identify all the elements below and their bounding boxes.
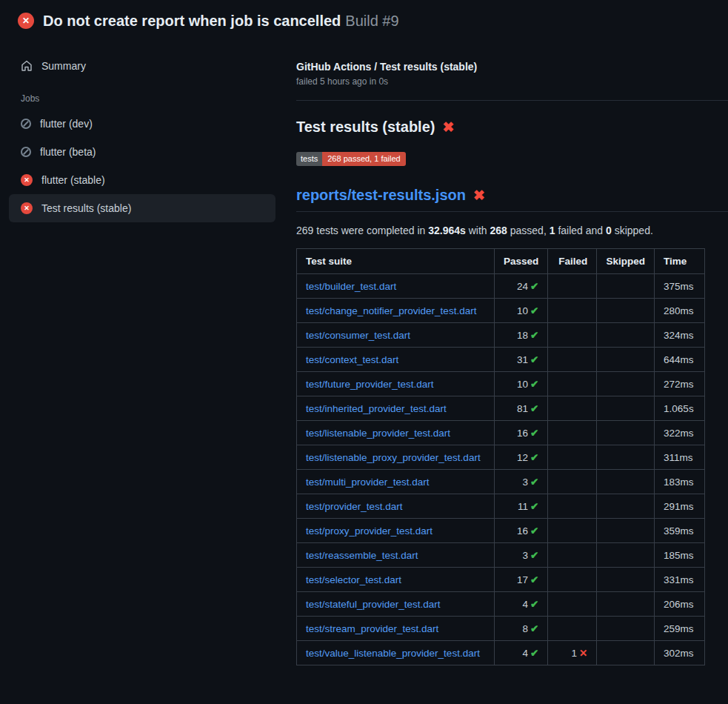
table-row: test/consumer_test.dart18✔324ms: [297, 323, 705, 348]
time-cell: 331ms: [655, 568, 705, 592]
failed-cell: 1✕: [548, 641, 597, 665]
sidebar-item-label: Summary: [41, 60, 86, 72]
sidebar-item-flutter-beta[interactable]: flutter (beta): [9, 138, 275, 166]
test-suite-link[interactable]: test/future_provider_test.dart: [306, 379, 434, 390]
table-row: test/multi_provider_test.dart3✔183ms: [297, 470, 705, 494]
table-row: test/stream_provider_test.dart8✔259ms: [297, 617, 705, 641]
skipped-cell: [597, 323, 655, 348]
test-suite-link[interactable]: test/inherited_provider_test.dart: [306, 403, 447, 414]
time-cell: 644ms: [655, 348, 705, 372]
passed-cell: 17✔: [494, 568, 547, 592]
passed-cell-count: 11: [518, 501, 528, 512]
passed-cell: 24✔: [494, 274, 547, 299]
sidebar-item-flutter-dev[interactable]: flutter (dev): [9, 110, 275, 138]
passed-cell: 3✔: [494, 543, 547, 568]
skipped-cell: [597, 617, 655, 641]
passed-cell-count: 8: [522, 623, 528, 634]
test-suite-link[interactable]: test/context_test.dart: [306, 354, 398, 365]
skipped-cell: [597, 445, 655, 470]
test-suite-link[interactable]: test/stateful_provider_test.dart: [306, 599, 441, 610]
failed-cell: [548, 421, 597, 445]
skipped-cell: [597, 641, 655, 665]
col-header-time: Time: [655, 249, 705, 274]
test-suite-link[interactable]: test/listenable_provider_test.dart: [306, 428, 450, 439]
table-row: test/context_test.dart31✔644ms: [297, 348, 705, 372]
time-cell: 324ms: [655, 323, 705, 348]
sidebar-item-flutter-stable[interactable]: ✕flutter (stable): [9, 166, 275, 194]
skipped-cell: [597, 470, 655, 494]
passed-cell: 31✔: [494, 348, 547, 372]
passed-cell: 4✔: [494, 592, 547, 617]
table-row: test/provider_test.dart11✔291ms: [297, 494, 705, 519]
test-suite-cell: test/provider_test.dart: [297, 494, 495, 519]
time-cell: 272ms: [655, 372, 705, 396]
passed-cell: 12✔: [494, 445, 547, 470]
test-suite-cell: test/stream_provider_test.dart: [297, 617, 495, 641]
check-icon: ✔: [530, 623, 538, 634]
summary-failed: 1: [550, 225, 555, 236]
check-icon: ✔: [530, 330, 538, 341]
passed-cell: 10✔: [494, 372, 547, 396]
passed-cell-count: 16: [517, 525, 528, 537]
report-title-link[interactable]: reports/test-results.json: [296, 187, 466, 204]
test-suite-cell: test/builder_test.dart: [297, 274, 495, 299]
test-suite-cell: test/multi_provider_test.dart: [297, 470, 495, 494]
test-suite-link[interactable]: test/reassemble_test.dart: [306, 550, 418, 561]
table-row: test/stateful_provider_test.dart4✔206ms: [297, 592, 705, 617]
passed-cell: 16✔: [494, 421, 547, 445]
check-icon: ✔: [530, 281, 538, 292]
sidebar-item-label: flutter (beta): [40, 146, 96, 158]
failed-cell: [548, 543, 597, 568]
test-suite-cell: test/change_notifier_provider_test.dart: [297, 299, 495, 323]
test-results-table: Test suitePassedFailedSkippedTime test/b…: [296, 248, 705, 665]
test-suite-link[interactable]: test/stream_provider_test.dart: [306, 623, 438, 634]
test-suite-link[interactable]: test/consumer_test.dart: [306, 330, 410, 341]
test-suite-link[interactable]: test/proxy_provider_test.dart: [306, 525, 433, 537]
failed-cell: [548, 348, 597, 372]
col-header-failed: Failed: [548, 249, 597, 274]
passed-cell-count: 24: [517, 281, 528, 292]
passed-cell: 81✔: [494, 396, 547, 421]
test-suite-link[interactable]: test/value_listenable_provider_test.dart: [306, 648, 480, 659]
skipped-cell: [597, 592, 655, 617]
table-row: test/change_notifier_provider_test.dart1…: [297, 299, 705, 323]
test-suite-link[interactable]: test/change_notifier_provider_test.dart: [306, 305, 476, 316]
time-cell: 1.065s: [655, 396, 705, 421]
table-row: test/proxy_provider_test.dart16✔359ms: [297, 519, 705, 543]
passed-cell-count: 3: [522, 476, 528, 488]
passed-cell-count: 31: [517, 354, 528, 365]
sidebar-item-test-results-stable[interactable]: ✕Test results (stable): [9, 194, 275, 222]
skipped-cell: [597, 348, 655, 372]
failed-cell: [548, 592, 597, 617]
test-suite-cell: test/listenable_proxy_provider_test.dart: [297, 445, 495, 470]
sidebar-item-summary[interactable]: Summary: [9, 52, 275, 80]
test-suite-link[interactable]: test/provider_test.dart: [306, 501, 403, 512]
test-suite-link[interactable]: test/listenable_proxy_provider_test.dart: [306, 452, 481, 463]
skipped-cell: [597, 299, 655, 323]
cancelled-icon: [21, 119, 31, 129]
check-icon: ✔: [530, 354, 538, 365]
test-suite-link[interactable]: test/multi_provider_test.dart: [306, 476, 430, 488]
test-suite-cell: test/future_provider_test.dart: [297, 372, 495, 396]
table-row: test/selector_test.dart17✔331ms: [297, 568, 705, 592]
check-icon: ✔: [530, 599, 538, 610]
check-icon: ✔: [530, 501, 538, 512]
skipped-cell: [597, 519, 655, 543]
col-header-test-suite: Test suite: [297, 249, 495, 274]
time-cell: 291ms: [655, 494, 705, 519]
test-suite-link[interactable]: test/selector_test.dart: [306, 574, 401, 585]
tests-badge: tests 268 passed, 1 failed: [296, 152, 406, 166]
passed-cell-count: 10: [517, 379, 528, 390]
failed-cell-count: 1: [571, 648, 577, 659]
test-suite-link[interactable]: test/builder_test.dart: [306, 281, 396, 292]
home-icon: [21, 60, 33, 72]
table-row: test/listenable_proxy_provider_test.dart…: [297, 445, 705, 470]
test-suite-cell: test/stateful_provider_test.dart: [297, 592, 495, 617]
test-suite-cell: test/listenable_provider_test.dart: [297, 421, 495, 445]
passed-cell: 18✔: [494, 323, 547, 348]
passed-cell-count: 81: [517, 403, 528, 414]
jobs-section-label: Jobs: [0, 80, 284, 110]
cancelled-icon: [21, 147, 31, 157]
passed-cell-count: 10: [517, 305, 528, 316]
divider: [296, 100, 728, 101]
